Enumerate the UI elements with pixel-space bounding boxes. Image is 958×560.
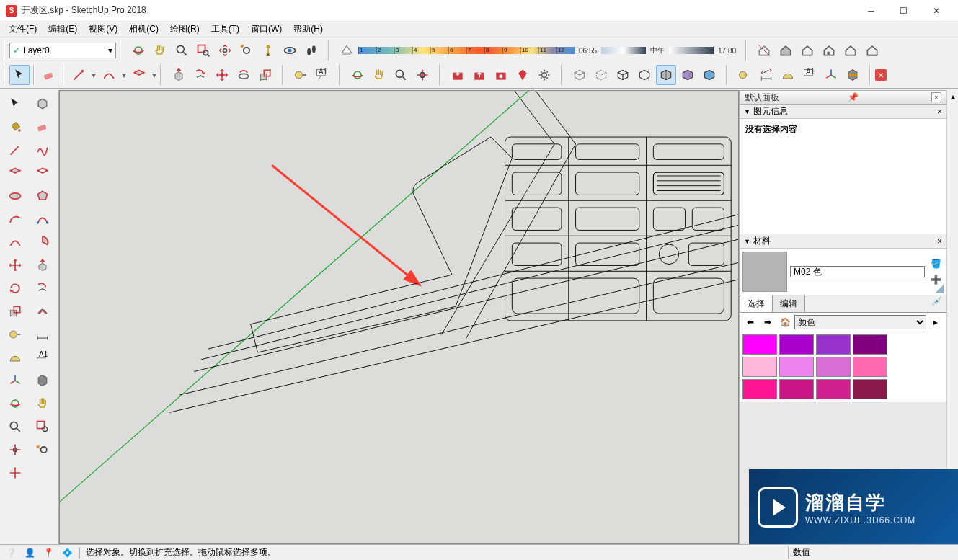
geo-icon[interactable]: 📍 <box>42 546 55 559</box>
arc2-tool[interactable] <box>30 208 55 230</box>
sample-paint-icon[interactable]: 🪣 <box>928 257 944 271</box>
warehouse-get-button[interactable] <box>448 65 468 85</box>
nav-forward-icon[interactable]: ➡ <box>760 314 776 330</box>
dimension-tool-button[interactable] <box>756 65 776 85</box>
color-swatch[interactable] <box>816 379 851 399</box>
time-of-day-slider[interactable] <box>601 47 646 54</box>
protractor-tool-button[interactable] <box>778 65 798 85</box>
color-swatch[interactable] <box>779 334 814 355</box>
follow-me-tool-button[interactable] <box>190 65 210 85</box>
panel-close-icon[interactable]: × <box>937 236 942 246</box>
warehouse-send-button[interactable] <box>469 65 489 85</box>
arc-tool[interactable] <box>3 208 27 230</box>
rotate-tool[interactable] <box>3 277 27 299</box>
rectangle-tool[interactable] <box>3 162 27 184</box>
color-swatch[interactable] <box>853 379 887 399</box>
look-around-button[interactable] <box>280 40 300 61</box>
tab-select[interactable]: 选择 <box>740 295 773 312</box>
house-button-6[interactable] <box>862 40 882 61</box>
current-material-swatch[interactable] <box>742 252 787 292</box>
house-button-2[interactable] <box>776 40 796 61</box>
section-tool-left[interactable] <box>30 370 55 391</box>
user-icon[interactable]: 👤 <box>23 546 36 559</box>
tab-edit[interactable]: 编辑 <box>772 295 805 312</box>
rotated-rect-tool[interactable] <box>30 162 55 184</box>
shadow-toggle-button[interactable] <box>337 40 357 61</box>
maximize-button[interactable]: ☐ <box>887 0 920 22</box>
pan-button[interactable] <box>150 40 170 61</box>
circle-tool[interactable] <box>3 185 27 207</box>
line-tool-button[interactable] <box>68 65 89 85</box>
previous-view-button[interactable] <box>236 40 257 61</box>
tray-close-icon[interactable]: × <box>931 92 941 102</box>
house-button-5[interactable] <box>841 40 861 61</box>
scale-tool[interactable] <box>3 301 27 322</box>
eraser-tool-button[interactable] <box>39 65 59 85</box>
menu-file[interactable]: 文件(F) <box>3 22 43 37</box>
zoom-extents-tool-button[interactable] <box>412 65 433 85</box>
minimize-button[interactable]: ─ <box>855 0 887 22</box>
menu-camera[interactable]: 相机(C) <box>123 22 164 37</box>
panel-close-icon[interactable]: × <box>937 107 942 117</box>
dropdown-icon[interactable]: ▾ <box>152 70 156 80</box>
orbit-tool-button[interactable] <box>347 65 368 85</box>
text-tool-button[interactable]: A1 <box>312 65 332 85</box>
eyedropper-icon[interactable]: 💉 <box>927 295 946 312</box>
resize-grip-icon[interactable] <box>935 285 944 293</box>
text-tool-left[interactable]: A1 <box>30 347 55 368</box>
orbit-tool-left[interactable] <box>3 393 27 414</box>
house-button-4[interactable] <box>819 40 839 61</box>
zoom-tool-button[interactable] <box>391 65 411 85</box>
scale-tool-button[interactable] <box>255 65 275 85</box>
menu-window[interactable]: 窗口(W) <box>245 22 288 37</box>
dropdown-icon[interactable]: ▾ <box>122 70 126 80</box>
text-label-tool-button[interactable]: A1 <box>799 65 820 85</box>
gem-button[interactable] <box>513 65 533 85</box>
menu-edit[interactable]: 编辑(E) <box>43 22 83 37</box>
color-swatch[interactable] <box>816 357 851 377</box>
dimension-tool-left[interactable] <box>30 324 55 345</box>
arc-red-tool-button[interactable] <box>99 65 119 85</box>
zoom-extents-button[interactable] <box>215 40 235 61</box>
pan-tool-button[interactable] <box>369 65 389 85</box>
style-hidden-button[interactable] <box>634 65 655 85</box>
color-swatch[interactable] <box>742 357 777 377</box>
viewport[interactable] <box>59 90 739 544</box>
close-button[interactable]: ✕ <box>920 0 952 22</box>
style-shaded-button[interactable] <box>656 65 676 85</box>
gear-button[interactable] <box>534 65 554 85</box>
arc3-tool[interactable] <box>3 231 27 253</box>
style-wireframe-button[interactable] <box>613 65 633 85</box>
time-of-day-slider-2[interactable] <box>669 47 714 54</box>
axes-tool-left[interactable] <box>3 370 27 391</box>
palette-dropdown[interactable]: 颜色 <box>794 315 926 329</box>
zoom-extents-tool-left[interactable] <box>3 439 27 461</box>
color-swatch[interactable] <box>742 379 777 399</box>
house-button-1[interactable] <box>754 40 774 61</box>
style-shaded-tex-button[interactable] <box>678 65 698 85</box>
palette-menu-icon[interactable]: ▸ <box>928 314 944 330</box>
color-swatch[interactable] <box>853 357 887 377</box>
color-swatch[interactable] <box>779 357 814 377</box>
tape-tool-button[interactable] <box>290 65 311 85</box>
pan-tool-left[interactable] <box>30 393 55 414</box>
menu-draw[interactable]: 绘图(R) <box>164 22 205 37</box>
tray-title-bar[interactable]: 默认面板 📌 × <box>740 90 946 105</box>
pushpull-tool-button[interactable] <box>169 65 189 85</box>
tape-measure-tool-button[interactable] <box>735 65 755 85</box>
freehand-tool[interactable] <box>30 139 55 161</box>
zoom-window-button[interactable] <box>193 40 213 61</box>
previous-tool-left[interactable] <box>30 439 55 461</box>
menu-view[interactable]: 视图(V) <box>83 22 123 37</box>
eraser-tool[interactable] <box>30 116 55 138</box>
followme-tool[interactable] <box>30 277 55 299</box>
menu-tools[interactable]: 工具(T) <box>205 22 245 37</box>
color-swatch[interactable] <box>853 334 887 355</box>
house-button-3[interactable] <box>797 40 817 61</box>
offset-tool[interactable] <box>30 301 55 322</box>
color-swatch[interactable] <box>816 334 851 355</box>
dropdown-icon[interactable]: ▾ <box>92 70 96 80</box>
paint-bucket-tool[interactable] <box>3 116 27 138</box>
close-toolbar-icon[interactable]: ✕ <box>875 69 887 81</box>
rect-tool-button[interactable] <box>129 65 149 85</box>
